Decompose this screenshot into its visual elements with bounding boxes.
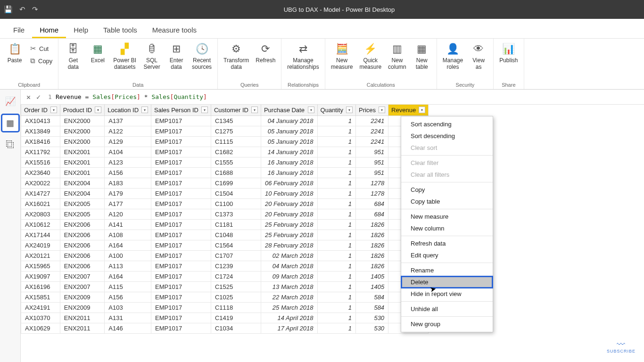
cell[interactable]: EMP1017 <box>151 147 211 157</box>
cell[interactable]: 10 February 2018 <box>261 189 317 199</box>
cell[interactable]: 1826 <box>355 230 388 240</box>
cell[interactable]: EMP1017 <box>151 251 211 261</box>
cell[interactable]: C1688 <box>211 168 261 178</box>
cell[interactable]: 1826 <box>355 220 388 230</box>
table-row[interactable]: AX23640ENX2001A156EMP1017C168816 January… <box>21 168 429 178</box>
cell[interactable]: ENX2006 <box>60 230 104 240</box>
cell[interactable]: ENX2007 <box>60 272 104 282</box>
cell[interactable]: C1724 <box>211 272 261 282</box>
column-filter-dropdown[interactable]: ▾ <box>346 107 353 113</box>
cell[interactable]: ENX2004 <box>60 189 104 199</box>
cell[interactable]: 1 <box>317 209 355 220</box>
menu-item-copy[interactable]: Copy <box>401 184 493 196</box>
cell[interactable]: 1405 <box>355 282 388 292</box>
cell[interactable]: AX20121 <box>21 251 60 261</box>
new-column-button[interactable]: ▥New column <box>386 41 408 72</box>
data-grid-container[interactable]: Order ID▾Product ID▾Location ID▾Sales Pe… <box>21 105 644 362</box>
cell[interactable]: EMP1017 <box>151 230 211 240</box>
table-row[interactable]: AX15965ENX2006A113EMP1017C123904 March 2… <box>21 261 429 272</box>
cell[interactable]: EMP1017 <box>151 323 211 334</box>
cell[interactable]: 584 <box>355 303 388 313</box>
menu-item-sort-ascending[interactable]: Sort ascending <box>401 118 493 130</box>
table-row[interactable]: AX15851ENX2009A156EMP1017C102522 March 2… <box>21 292 429 303</box>
cell[interactable]: AX10370 <box>21 313 60 323</box>
menu-tab-file[interactable]: File <box>6 22 32 38</box>
cell[interactable]: 951 <box>355 157 388 168</box>
cell[interactable]: A108 <box>105 230 151 240</box>
column-filter-dropdown[interactable]: ▾ <box>308 107 314 113</box>
cell[interactable]: C1115 <box>211 137 261 147</box>
cell[interactable]: 1 <box>317 261 355 272</box>
column-header-location-id[interactable]: Location ID▾ <box>105 105 151 116</box>
cell[interactable]: A120 <box>105 209 151 220</box>
cell[interactable]: AX10413 <box>21 116 60 126</box>
table-row[interactable]: AX24191ENX2009A103EMP1017C111825 March 2… <box>21 303 429 313</box>
column-filter-dropdown[interactable]: ▾ <box>251 107 258 113</box>
cell[interactable]: ENX2011 <box>60 313 104 323</box>
cell[interactable]: C1239 <box>211 261 261 272</box>
column-header-purchase-date[interactable]: Purchase Date▾ <box>261 105 317 116</box>
cell[interactable]: C1707 <box>211 251 261 261</box>
cell[interactable]: A156 <box>105 168 151 178</box>
data-grid[interactable]: Order ID▾Product ID▾Location ID▾Sales Pe… <box>21 105 429 334</box>
cell[interactable]: ENX2009 <box>60 303 104 313</box>
cell[interactable]: AX15516 <box>21 157 60 168</box>
cell[interactable]: ENX2000 <box>60 126 104 137</box>
cell[interactable]: AX15965 <box>21 261 60 272</box>
cell[interactable]: 1 <box>317 137 355 147</box>
excel-button[interactable]: ▦Excel <box>87 41 108 65</box>
enter-data-button[interactable]: ⊞Enter data <box>165 41 187 72</box>
column-filter-dropdown[interactable]: ▾ <box>201 107 208 113</box>
table-row[interactable]: AX20121ENX2006A100EMP1017C170702 March 2… <box>21 251 429 261</box>
cell[interactable]: 22 March 2018 <box>261 292 317 303</box>
cell[interactable]: A131 <box>105 313 151 323</box>
cell[interactable]: 1 <box>317 116 355 126</box>
cell[interactable]: AX10612 <box>21 220 60 230</box>
transform-data-button[interactable]: ⚙Transform data <box>222 41 251 72</box>
cell[interactable]: ENX2009 <box>60 292 104 303</box>
cell[interactable]: EMP1017 <box>151 178 211 189</box>
column-filter-dropdown[interactable]: ▾ <box>379 107 385 113</box>
cell[interactable]: AX11792 <box>21 147 60 157</box>
cell[interactable]: AX13849 <box>21 126 60 137</box>
table-row[interactable]: AX18416ENX2000A129EMP1017C111505 January… <box>21 137 429 147</box>
menu-item-unhide-all[interactable]: Unhide all <box>401 303 493 315</box>
menu-item-delete[interactable]: Delete <box>401 276 493 288</box>
cell[interactable]: ENX2005 <box>60 199 104 209</box>
column-header-product-id[interactable]: Product ID▾ <box>60 105 104 116</box>
formula-bar[interactable]: ✕ ✓ 1 Revenue = Sales[Prices] * Sales[Qu… <box>21 90 644 105</box>
cell[interactable]: ENX2006 <box>60 261 104 272</box>
table-row[interactable]: AX10370ENX2011A131EMP1017C141914 April 2… <box>21 313 429 323</box>
column-filter-dropdown[interactable]: ▾ <box>419 107 425 113</box>
cell[interactable]: C1504 <box>211 189 261 199</box>
cell[interactable]: 28 February 2018 <box>261 240 317 251</box>
column-header-order-id[interactable]: Order ID▾ <box>21 105 60 116</box>
cell[interactable]: AX10629 <box>21 323 60 334</box>
refresh-button[interactable]: ⟳Refresh <box>254 41 277 65</box>
cell[interactable]: 04 January 2018 <box>261 116 317 126</box>
table-row[interactable]: AX10612ENX2006A141EMP1017C118125 Februar… <box>21 220 429 230</box>
cell[interactable]: 14 January 2018 <box>261 147 317 157</box>
cell[interactable]: EMP1017 <box>151 220 211 230</box>
cell[interactable]: 1 <box>317 220 355 230</box>
cell[interactable]: A129 <box>105 137 151 147</box>
cell[interactable]: C1373 <box>211 209 261 220</box>
cell[interactable]: 1405 <box>355 272 388 282</box>
model-view-button[interactable]: ⿻ <box>2 137 18 153</box>
cell[interactable]: 1 <box>317 199 355 209</box>
cell[interactable]: 14 April 2018 <box>261 313 317 323</box>
cell[interactable]: C1181 <box>211 220 261 230</box>
cell[interactable]: ENX2006 <box>60 251 104 261</box>
cell[interactable]: 530 <box>355 323 388 334</box>
cell[interactable]: EMP1017 <box>151 292 211 303</box>
cell[interactable]: 1 <box>317 282 355 292</box>
cell[interactable]: AX20022 <box>21 178 60 189</box>
sql-server-button[interactable]: 🛢SQL Server <box>141 41 163 72</box>
cell[interactable]: ENX2006 <box>60 220 104 230</box>
cell[interactable]: 1 <box>317 303 355 313</box>
cell[interactable]: C1100 <box>211 199 261 209</box>
cell[interactable]: EMP1017 <box>151 157 211 168</box>
new-table-button[interactable]: ▦New table <box>411 41 433 72</box>
menu-item-new-column[interactable]: New column <box>401 222 493 234</box>
cell[interactable]: AX24019 <box>21 240 60 251</box>
